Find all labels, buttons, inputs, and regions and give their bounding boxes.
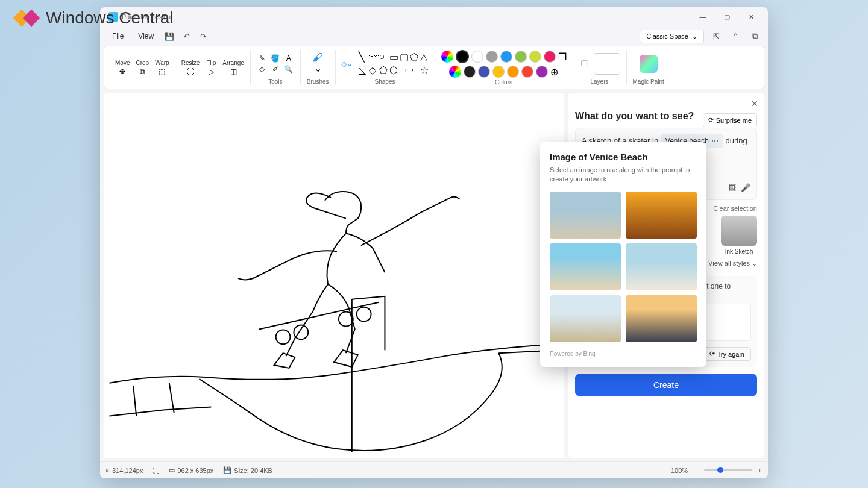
- popup-image-3[interactable]: [550, 243, 621, 290]
- watermark-text: Windows Central: [46, 8, 174, 28]
- colors-label: Colors: [495, 79, 512, 86]
- menu-view[interactable]: View: [132, 30, 160, 43]
- color-swatch[interactable]: [507, 66, 519, 78]
- color-swatch[interactable]: [464, 66, 476, 78]
- shape-pent[interactable]: ⬠: [379, 64, 388, 76]
- canvas-dims: ▭962 x 635px: [169, 466, 213, 474]
- shape-poly[interactable]: ⬠: [410, 51, 418, 63]
- sketch-drawing: [104, 93, 564, 458]
- shape-line[interactable]: ╲: [359, 51, 367, 63]
- picker-icon[interactable]: ✐: [270, 65, 281, 74]
- warp-tool[interactable]: Warp⬚: [155, 60, 169, 76]
- color-swatch[interactable]: [471, 51, 483, 63]
- color-wheel-icon[interactable]: [441, 51, 453, 63]
- svg-point-2: [339, 312, 353, 327]
- shape-diamond[interactable]: ◇: [369, 64, 377, 76]
- disk-icon: 💾: [223, 466, 231, 474]
- popup-image-2[interactable]: [626, 192, 697, 239]
- layers-icon[interactable]: ❐: [579, 60, 590, 68]
- arrange-tool[interactable]: Arrange◫: [222, 60, 244, 76]
- maximize-button[interactable]: ▢: [715, 8, 739, 25]
- resize-tool[interactable]: Resize⛶: [181, 60, 200, 76]
- brush-tool[interactable]: 🖌⌄: [312, 53, 323, 74]
- canvas[interactable]: [104, 93, 564, 458]
- shape-roundrect[interactable]: ▢: [400, 51, 408, 63]
- move-tool[interactable]: Move✥: [115, 60, 130, 76]
- ribbon-group-brushes: 🖌⌄ Brushes: [301, 50, 336, 85]
- zoom-slider[interactable]: [704, 469, 752, 471]
- color-swatch[interactable]: [456, 50, 469, 63]
- popup-title: Image of Venice Beach: [550, 152, 697, 162]
- shape-arrow-r[interactable]: →: [400, 64, 408, 76]
- panel-close-icon[interactable]: ✕: [751, 99, 758, 108]
- magic-label: Magic Paint: [633, 78, 664, 85]
- image-icon[interactable]: 🖼: [728, 182, 736, 195]
- color-swatch[interactable]: [529, 51, 541, 63]
- ribbon-group-layers: ❐ Layers: [573, 50, 627, 85]
- flip-tool[interactable]: Flip▷: [206, 60, 216, 76]
- ribbon-group-transform: Move✥ Crop⧉ Warp⬚: [109, 50, 175, 85]
- popup-footer: Powered by Bing: [550, 351, 697, 357]
- crop-tool[interactable]: Crop⧉: [136, 60, 149, 76]
- try-again-button[interactable]: ⟳Try again: [703, 347, 751, 361]
- panel-title: What do you want to see?: [575, 111, 694, 122]
- tools-label: Tools: [268, 78, 282, 85]
- collapse-icon[interactable]: ⌃: [728, 29, 743, 43]
- pencil-icon[interactable]: ✎: [257, 54, 268, 63]
- zoom-icon[interactable]: 🔍: [283, 65, 294, 74]
- shape-tri[interactable]: △: [420, 51, 429, 63]
- text-icon[interactable]: A: [283, 54, 294, 63]
- surprise-me-button[interactable]: ⟳ Surprise me: [703, 113, 757, 127]
- settings-icon[interactable]: ⧉: [747, 29, 762, 43]
- layer-preview[interactable]: [594, 53, 620, 75]
- layers-stack-icon[interactable]: ❐: [558, 51, 567, 63]
- refresh-icon: ⟳: [708, 116, 714, 124]
- undo-icon[interactable]: ↶: [179, 29, 193, 43]
- watermark: Windows Central: [11, 8, 174, 28]
- ribbon-group-shapes: ◇⌄ ╲〰○▭▢⬠△ ◺◇⬠⬡→←☆ Shapes: [336, 50, 435, 85]
- shape-rect[interactable]: ▭: [389, 51, 398, 63]
- bucket-icon[interactable]: 🪣: [270, 54, 281, 63]
- create-button[interactable]: Create: [575, 374, 757, 396]
- close-button[interactable]: ✕: [739, 8, 763, 25]
- popup-image-4[interactable]: [626, 243, 697, 290]
- share-icon[interactable]: ⇱: [709, 29, 723, 43]
- shape-hex[interactable]: ⬡: [389, 64, 398, 76]
- ribbon: Move✥ Crop⧉ Warp⬚ Resize⛶ Flip▷ Arrange◫…: [104, 46, 764, 89]
- popup-image-5[interactable]: [550, 295, 621, 342]
- refresh-icon: ⟳: [709, 350, 715, 358]
- redo-icon[interactable]: ↷: [196, 29, 210, 43]
- fit-icon[interactable]: ⛶: [153, 467, 159, 474]
- shape-outline-icon[interactable]: ◇⌄: [342, 60, 353, 68]
- color-swatch[interactable]: [500, 51, 512, 63]
- shape-star[interactable]: ☆: [420, 64, 429, 76]
- style-ink-sketch[interactable]: Ink Sketch: [721, 216, 757, 255]
- space-selector[interactable]: Classic Space ⌄: [640, 30, 704, 43]
- mic-icon[interactable]: 🎤: [741, 182, 750, 195]
- popup-image-1[interactable]: [550, 192, 621, 239]
- color-wheel-icon[interactable]: [449, 66, 461, 78]
- shape-arrow-l[interactable]: ←: [410, 64, 418, 76]
- svg-point-3: [357, 307, 371, 322]
- add-color-icon[interactable]: ⊕: [550, 66, 558, 78]
- menu-file[interactable]: File: [106, 30, 130, 43]
- save-icon[interactable]: 💾: [162, 29, 177, 43]
- minimize-button[interactable]: —: [691, 8, 715, 25]
- zoom-in-icon[interactable]: +: [758, 467, 762, 474]
- color-swatch[interactable]: [544, 51, 556, 63]
- shape-rtri[interactable]: ◺: [359, 64, 367, 76]
- svg-point-1: [294, 325, 308, 339]
- color-swatch[interactable]: [521, 66, 533, 78]
- color-swatch[interactable]: [515, 51, 527, 63]
- eraser-icon[interactable]: ◇: [257, 65, 268, 74]
- magic-paint-button[interactable]: [640, 55, 658, 73]
- color-swatch[interactable]: [486, 51, 498, 63]
- popup-image-6[interactable]: [626, 295, 697, 342]
- zoom-out-icon[interactable]: −: [694, 467, 697, 474]
- shape-curve[interactable]: 〰: [369, 51, 377, 63]
- shape-oval[interactable]: ○: [379, 51, 388, 63]
- color-swatch[interactable]: [478, 66, 490, 78]
- color-swatch[interactable]: [536, 66, 548, 78]
- shapes-label: Shapes: [375, 78, 395, 85]
- color-swatch[interactable]: [492, 66, 505, 78]
